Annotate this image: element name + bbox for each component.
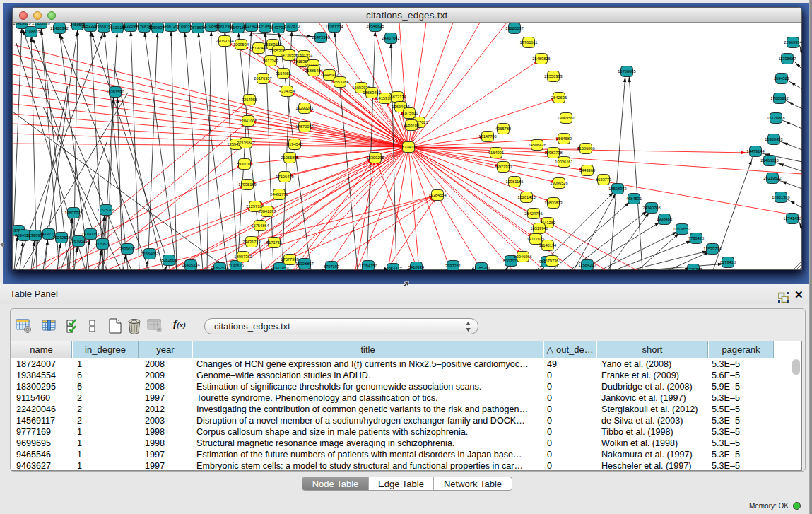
svg-text:4965789: 4965789 [495, 127, 511, 131]
svg-text:7264956: 7264956 [242, 98, 257, 102]
svg-text:2694522: 2694522 [774, 76, 789, 81]
svg-text:15261415: 15261415 [517, 195, 535, 199]
svg-text:10538552: 10538552 [673, 227, 690, 231]
svg-text:15960453: 15960453 [765, 137, 782, 141]
svg-text:14672073: 14672073 [295, 124, 313, 129]
svg-text:5449368: 5449368 [579, 168, 595, 173]
svg-text:18961380: 18961380 [772, 195, 789, 199]
svg-text:6279418: 6279418 [720, 260, 736, 264]
svg-text:3154051: 3154051 [276, 71, 291, 76]
svg-text:24140708: 24140708 [642, 206, 660, 210]
svg-text:22135842: 22135842 [237, 141, 254, 145]
svg-text:2188789: 2188789 [404, 123, 419, 127]
svg-text:17852574: 17852574 [211, 266, 228, 270]
svg-text:12684052: 12684052 [141, 252, 158, 256]
svg-text:21875600: 21875600 [400, 111, 418, 115]
svg-text:11525206: 11525206 [98, 208, 115, 212]
svg-text:17935169: 17935169 [238, 182, 256, 187]
svg-text:5017343: 5017343 [263, 59, 278, 63]
svg-text:20841097: 20841097 [258, 209, 276, 214]
svg-text:8930103: 8930103 [237, 162, 252, 166]
svg-text:3997281: 3997281 [445, 264, 461, 268]
svg-text:14446912: 14446912 [320, 73, 338, 77]
svg-text:11338687: 11338687 [779, 57, 796, 61]
svg-text:2642635: 2642635 [551, 95, 567, 100]
svg-text:4374754: 4374754 [279, 89, 295, 93]
svg-text:12564217: 12564217 [578, 263, 596, 267]
svg-text:18147706: 18147706 [478, 134, 496, 139]
svg-text:24506426: 24506426 [528, 143, 546, 147]
svg-text:23431713: 23431713 [242, 240, 260, 244]
svg-text:19096526: 19096526 [550, 181, 567, 185]
svg-text:13841005: 13841005 [239, 119, 257, 123]
svg-text:20219522: 20219522 [763, 176, 781, 180]
svg-text:22969934: 22969934 [784, 40, 801, 45]
svg-text:23556363: 23556363 [544, 74, 562, 78]
svg-text:22355936: 22355936 [32, 23, 49, 25]
svg-text:6707197: 6707197 [324, 264, 339, 269]
svg-text:12710343: 12710343 [684, 267, 702, 270]
svg-text:7730428: 7730428 [688, 236, 704, 240]
svg-text:21686866: 21686866 [577, 146, 594, 151]
svg-text:12741438: 12741438 [783, 216, 801, 221]
svg-text:15672134: 15672134 [388, 95, 406, 99]
svg-text:8082668: 8082668 [161, 258, 177, 262]
svg-text:10054447: 10054447 [384, 267, 401, 270]
svg-text:25473548: 25473548 [312, 35, 329, 40]
svg-text:1009594: 1009594 [233, 42, 249, 47]
svg-text:20546825: 20546825 [366, 24, 384, 28]
svg-text:9164991: 9164991 [488, 151, 504, 155]
svg-text:4194548: 4194548 [287, 142, 302, 146]
svg-text:13679591: 13679591 [69, 239, 87, 243]
svg-text:25424756: 25424756 [524, 211, 542, 216]
svg-text:2839607: 2839607 [119, 247, 135, 251]
svg-text:6007072: 6007072 [503, 259, 519, 263]
svg-text:20176957: 20176957 [254, 76, 271, 81]
svg-text:10983738: 10983738 [544, 151, 562, 155]
svg-text:13539704: 13539704 [703, 247, 721, 251]
svg-text:13946066: 13946066 [514, 255, 531, 259]
svg-text:18519948: 18519948 [530, 226, 548, 230]
svg-text:13117625: 13117625 [527, 237, 545, 241]
svg-text:18997381: 18997381 [234, 255, 252, 259]
svg-text:13226067: 13226067 [505, 26, 523, 30]
svg-text:19293261: 19293261 [295, 106, 313, 110]
svg-text:10768805: 10768805 [618, 69, 635, 74]
svg-text:11785277: 11785277 [473, 266, 490, 270]
svg-text:18724007: 18724007 [399, 145, 417, 149]
svg-text:19800873: 19800873 [544, 201, 562, 205]
svg-text:17294150: 17294150 [359, 264, 377, 268]
svg-text:5418934: 5418934 [408, 265, 424, 269]
svg-text:17106470: 17106470 [276, 175, 293, 179]
svg-text:16455324: 16455324 [182, 263, 199, 267]
svg-text:14479144: 14479144 [746, 149, 764, 153]
svg-text:17606962: 17606962 [770, 96, 788, 100]
svg-text:19281590: 19281590 [106, 90, 124, 94]
svg-text:25797361: 25797361 [543, 259, 560, 263]
svg-text:1938483: 1938483 [657, 217, 672, 221]
svg-text:24492775: 24492775 [270, 192, 288, 197]
svg-text:19069560: 19069560 [557, 116, 575, 120]
svg-text:8707870: 8707870 [284, 24, 300, 28]
svg-text:18683481: 18683481 [363, 90, 380, 95]
svg-text:5171761: 5171761 [266, 240, 282, 245]
svg-text:10036161: 10036161 [555, 160, 572, 164]
svg-text:19261704: 19261704 [325, 25, 343, 29]
svg-text:14108603: 14108603 [22, 30, 40, 34]
svg-text:22426342: 22426342 [50, 26, 68, 30]
svg-text:16120868: 16120868 [767, 116, 784, 120]
svg-text:19008867: 19008867 [295, 262, 313, 266]
svg-text:3320821: 3320821 [95, 242, 110, 246]
svg-text:21468026: 21468026 [760, 158, 778, 163]
svg-text:8633773: 8633773 [596, 177, 611, 182]
svg-text:24457042: 24457042 [382, 36, 399, 40]
svg-text:19790057: 19790057 [81, 232, 99, 236]
svg-text:2564689: 2564689 [556, 136, 572, 141]
svg-text:19807725: 19807725 [64, 211, 82, 215]
svg-text:11140194: 11140194 [539, 243, 556, 247]
svg-text:10419610: 10419610 [13, 23, 30, 25]
svg-text:13553384: 13553384 [331, 80, 348, 84]
svg-text:23063184: 23063184 [216, 39, 233, 43]
svg-text:19042538: 19042538 [52, 235, 70, 240]
svg-text:10981186: 10981186 [506, 180, 524, 184]
